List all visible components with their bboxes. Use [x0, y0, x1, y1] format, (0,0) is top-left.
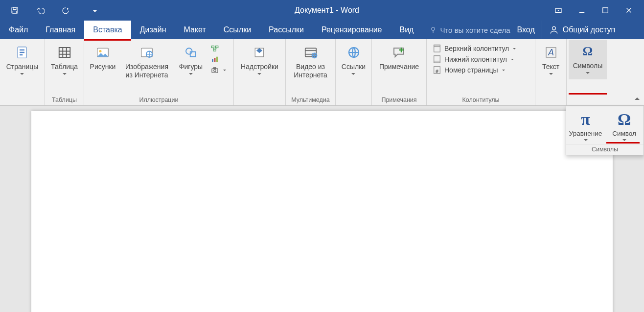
tab-review[interactable]: Рецензирование [313, 21, 391, 39]
tab-file[interactable]: Файл [0, 21, 37, 39]
sign-in-button[interactable]: Вход [510, 21, 542, 39]
tab-home[interactable]: Главная [37, 21, 84, 39]
online-pictures-button[interactable]: Изображения из Интернета [122, 42, 171, 80]
text-icon: A [544, 44, 558, 61]
minimize-button[interactable] [575, 4, 588, 17]
equation-button[interactable]: π Уравнение [566, 106, 605, 142]
addins-icon [252, 44, 267, 61]
svg-point-21 [99, 50, 102, 52]
page-icon [15, 44, 29, 61]
window-title: Документ1 - Word [102, 0, 552, 21]
links-button[interactable]: Ссылки [338, 42, 369, 80]
svg-rect-26 [211, 46, 214, 48]
ribbon-display-options-button[interactable] [552, 4, 565, 17]
symbols-button[interactable]: Ω Символы [569, 40, 607, 79]
svg-rect-32 [214, 58, 216, 62]
qat-save-button[interactable] [8, 3, 22, 17]
svg-text:A: A [548, 48, 554, 57]
pictures-icon [95, 44, 110, 61]
tab-layout[interactable]: Макет [175, 21, 215, 39]
symbol-label: Символ [612, 130, 636, 137]
document-area [0, 106, 644, 312]
tab-view[interactable]: Вид [391, 21, 422, 39]
svg-rect-36 [214, 68, 216, 69]
page-number-button[interactable]: # Номер страницы [433, 66, 516, 74]
group-illustrations-label: Иллюстрации [84, 96, 233, 105]
shapes-icon [184, 44, 198, 61]
table-button[interactable]: Таблица [49, 42, 80, 80]
svg-rect-13 [20, 52, 24, 53]
shapes-button[interactable]: Фигуры [175, 42, 207, 80]
footer-button[interactable]: Нижний колонтитул [433, 55, 516, 64]
svg-point-35 [214, 70, 216, 72]
shapes-label: Фигуры [179, 63, 203, 71]
qat-undo-button[interactable] [33, 3, 47, 17]
pictures-label: Рисунки [90, 63, 116, 71]
svg-text:#: # [436, 69, 438, 73]
text-label: Текст [542, 63, 559, 71]
svg-rect-27 [216, 46, 218, 48]
video-icon [303, 44, 318, 61]
svg-rect-33 [216, 57, 218, 62]
header-button[interactable]: Верхний колонтитул [433, 44, 516, 53]
omega-icon: Ω [618, 111, 631, 130]
tab-references[interactable]: Ссылки [215, 21, 260, 39]
footer-label: Нижний колонтитул [444, 55, 507, 63]
group-tables-label: Таблицы [45, 96, 84, 105]
qat-redo-button[interactable] [59, 3, 72, 17]
collapse-ribbon-button[interactable] [633, 95, 641, 102]
pages-button[interactable]: Страницы [4, 42, 41, 80]
omega-icon: Ω [583, 43, 593, 60]
symbol-button[interactable]: Ω Символ [605, 106, 644, 142]
svg-rect-15 [59, 48, 70, 57]
header-label: Верхний колонтитул [444, 45, 509, 52]
pages-label: Страницы [6, 63, 39, 71]
addins-button[interactable]: Надстройки [239, 42, 280, 80]
comment-icon [391, 44, 406, 61]
svg-rect-25 [190, 52, 196, 57]
pictures-button[interactable]: Рисунки [87, 42, 118, 80]
svg-rect-31 [212, 59, 213, 62]
tab-mailings[interactable]: Рассылки [260, 21, 313, 39]
chart-button[interactable] [210, 55, 226, 64]
svg-rect-14 [20, 54, 23, 56]
svg-point-8 [432, 27, 435, 31]
svg-rect-1 [13, 7, 16, 10]
tell-me-placeholder: Что вы хотите сдела [440, 26, 510, 34]
maximize-button[interactable] [599, 4, 612, 17]
tab-insert[interactable]: Вставка [84, 21, 131, 39]
svg-point-24 [186, 48, 192, 54]
share-label: Общий доступ [563, 25, 616, 34]
tab-design[interactable]: Дизайн [131, 21, 175, 39]
table-label: Таблица [51, 63, 78, 71]
page-number-label: Номер страницы [444, 66, 498, 74]
smartart-button[interactable] [210, 44, 226, 53]
svg-rect-2 [13, 11, 17, 14]
group-comments-label: Примечания [372, 96, 426, 105]
online-video-button[interactable]: Видео из Интернета [292, 42, 329, 80]
online-pictures-icon [139, 44, 154, 61]
ribbon-tabs: Файл Главная Вставка Дизайн Макет Ссылки… [0, 21, 644, 39]
comment-button[interactable]: Примечание [377, 42, 421, 80]
share-button[interactable]: Общий доступ [542, 21, 622, 39]
equation-label: Уравнение [569, 130, 602, 137]
screenshot-button[interactable] [210, 66, 226, 74]
document-page[interactable] [31, 111, 613, 312]
pi-icon: π [581, 111, 590, 130]
text-button[interactable]: A Текст [535, 42, 567, 80]
svg-rect-28 [213, 49, 216, 51]
video-label-1: Видео из [294, 63, 327, 71]
qat-customize-button[interactable] [88, 3, 102, 17]
links-label: Ссылки [342, 63, 366, 71]
online-pictures-label-2: из Интернета [125, 71, 168, 79]
svg-point-10 [552, 26, 555, 30]
symbols-panel-group-label: Символы [566, 144, 644, 155]
symbols-label: Символы [573, 62, 603, 70]
addins-label: Надстройки [241, 63, 278, 71]
tell-me-search[interactable]: Что вы хотите сдела [429, 21, 510, 39]
close-button[interactable] [622, 4, 635, 17]
title-bar: Документ1 - Word [0, 0, 644, 21]
svg-rect-5 [603, 8, 608, 13]
svg-rect-47 [434, 61, 440, 63]
group-media-label: Мультимедиа [286, 96, 335, 105]
